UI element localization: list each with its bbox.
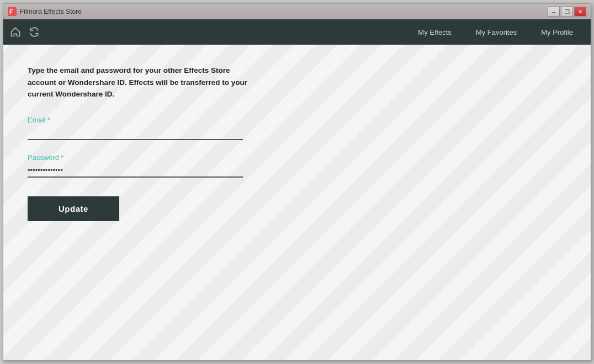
nav-bar: My Effects My Favorites My Profile (3, 19, 591, 45)
nav-right-links: My Effects My Favorites My Profile (407, 24, 584, 41)
description-text: Type the email and password for your oth… (28, 65, 255, 100)
title-bar-left: F Filmora Effects Store (8, 7, 82, 16)
update-button[interactable]: Update (28, 196, 119, 221)
restore-button[interactable]: ❐ (561, 7, 573, 17)
email-form-group: Email* (28, 116, 255, 140)
password-label: Password* (28, 153, 255, 162)
close-button[interactable]: ✕ (574, 7, 586, 17)
main-content: Type the email and password for your oth… (3, 45, 591, 360)
email-required-star: * (47, 116, 50, 124)
password-form-group: Password* (28, 153, 255, 178)
title-bar: F Filmora Effects Store – ❐ ✕ (3, 4, 591, 19)
svg-text:F: F (9, 9, 13, 15)
nav-my-profile[interactable]: My Profile (530, 24, 584, 41)
email-input[interactable] (28, 126, 243, 140)
window-controls: – ❐ ✕ (548, 7, 586, 17)
nav-my-favorites[interactable]: My Favorites (465, 24, 528, 41)
home-button[interactable] (10, 26, 21, 38)
app-icon: F (8, 7, 17, 16)
email-label: Email* (28, 116, 255, 124)
refresh-button[interactable] (29, 26, 40, 38)
nav-my-effects[interactable]: My Effects (407, 24, 462, 41)
form-container: Type the email and password for your oth… (3, 45, 279, 241)
window-title: Filmora Effects Store (20, 8, 82, 15)
minimize-button[interactable]: – (548, 7, 560, 17)
home-icon (10, 26, 21, 38)
app-window: F Filmora Effects Store – ❐ ✕ (3, 3, 591, 361)
refresh-icon (29, 26, 40, 38)
nav-left-icons (10, 26, 40, 38)
password-required-star: * (61, 153, 63, 162)
password-input[interactable] (28, 164, 243, 178)
